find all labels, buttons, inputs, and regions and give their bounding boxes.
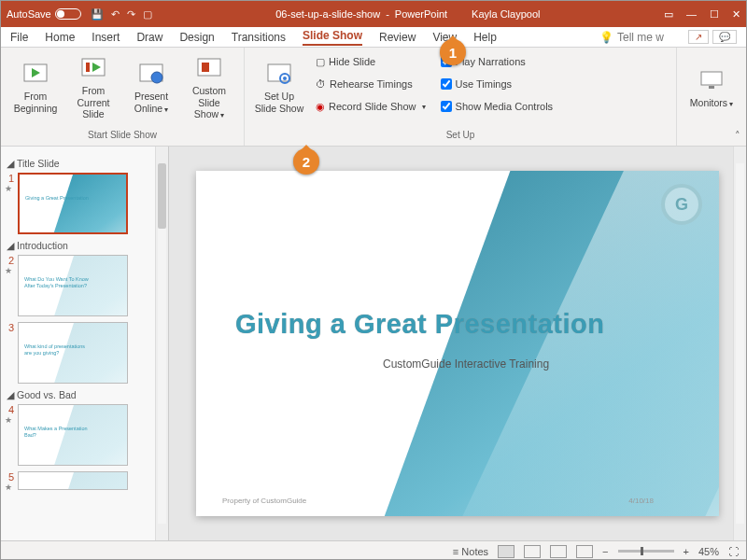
close-icon[interactable]: ✕ [732,8,740,21]
custom-show-label: Custom Slide Show▾ [182,85,236,120]
setup-show-label: Set Up Slide Show [252,91,306,114]
maximize-icon[interactable]: ☐ [710,8,719,21]
media-controls-label: Show Media Controls [456,101,554,112]
user-name: Kayla Claypool [472,8,540,20]
start-show-icon[interactable]: ▢ [143,8,152,21]
record-show-button[interactable]: ◉Record Slide Show▾ [316,96,426,117]
use-timings-check[interactable]: Use Timings [441,74,554,94]
tab-home[interactable]: Home [45,31,75,44]
thumbnail-4[interactable]: What Makes a Presentation Bad? [18,404,128,466]
from-beginning-label: From Beginning [8,91,63,114]
ribbon-tabs: File Home Insert Draw Design Transitions… [1,27,746,48]
hide-slide-button[interactable]: ▢Hide Slide [316,51,426,72]
quick-access-toolbar: 💾 ↶ ↷ ▢ [91,8,152,21]
thumb-row-3[interactable]: 3 What kind of presentations are you giv… [5,322,151,384]
tab-transitions[interactable]: Transitions [232,31,286,44]
thumbnail-list[interactable]: ◢ Title Slide 1★ Giving a Great Presenta… [1,147,155,540]
slide-footer: Property of CustomGuide [222,497,306,505]
collapse-ribbon-icon[interactable]: ˄ [735,130,740,142]
normal-view-icon[interactable] [498,545,514,558]
window-controls: ▭ — ☐ ✕ [664,8,740,21]
window-title: 06-set-up-a-slide-show - PowerPoint Kayl… [152,8,664,20]
thumbnails-scrollbar[interactable] [155,147,168,540]
thumbnail-2[interactable]: What Do You Want To Know After Today's P… [18,255,128,316]
zoom-out-button[interactable]: − [602,546,608,557]
zoom-percent[interactable]: 45% [698,546,719,557]
slide-canvas-area: G Giving a Great Presentation CustomGuid… [169,147,746,540]
scrollbar-handle[interactable] [158,163,166,229]
slide-date: 4/10/18 [628,497,654,505]
monitor-icon [698,67,725,93]
thumbnail-5[interactable] [18,471,128,490]
custom-show-button[interactable]: Custom Slide Show▾ [182,51,236,124]
play-icon [22,61,49,87]
present-online-label: Present Online▾ [124,91,178,114]
tell-me-search[interactable]: 💡 Tell me w [599,31,664,44]
rehearse-button[interactable]: ⏱Rehearse Timings [316,74,426,94]
svg-rect-3 [86,63,90,72]
svg-rect-13 [709,86,714,89]
setup-show-icon [266,61,292,87]
thumb-row-2[interactable]: 2★ What Do You Want To Know After Today'… [5,255,151,316]
app-name: PowerPoint [395,8,447,20]
reading-view-icon[interactable] [550,545,567,558]
setup-column-1: ▢Hide Slide ⏱Rehearse Timings ◉Record Sl… [310,51,431,117]
tell-me-label: Tell me w [617,31,664,44]
setup-show-button[interactable]: Set Up Slide Show [252,51,306,124]
play-narr-label: Play Narrations [456,56,526,67]
thumb-row-4[interactable]: 4★ What Makes a Presentation Bad? [5,404,151,466]
zoom-slider[interactable] [618,550,674,553]
slide-canvas[interactable]: G Giving a Great Presentation CustomGuid… [196,171,719,516]
redo-icon[interactable]: ↷ [127,8,135,21]
thumbnail-1[interactable]: Giving a Great Presentation [18,173,128,234]
fit-window-icon[interactable]: ⛶ [728,546,739,557]
sorter-view-icon[interactable] [524,545,541,558]
checkbox[interactable] [441,101,452,112]
minimize-icon[interactable]: — [686,8,697,20]
tab-review[interactable]: Review [379,31,416,44]
share-buttons: ↗ 💬 [688,30,737,44]
record-label: Record Slide Show [329,101,416,112]
timer-icon: ⏱ [316,78,326,90]
checkbox[interactable] [441,78,452,90]
chevron-down-icon: ▾ [422,103,426,111]
media-controls-check[interactable]: Show Media Controls [441,96,554,117]
workspace: ◢ Title Slide 1★ Giving a Great Presenta… [1,147,746,540]
tab-design[interactable]: Design [179,31,214,44]
toggle-switch[interactable] [55,8,81,20]
autosave-toggle[interactable]: AutoSave [7,8,81,20]
present-online-button[interactable]: Present Online▾ [124,51,178,124]
autosave-label: AutoSave [7,8,51,20]
thumb-row-1[interactable]: 1★ Giving a Great Presentation [5,173,151,234]
tab-help[interactable]: Help [473,31,497,44]
ribbon-options-icon[interactable]: ▭ [664,8,673,21]
notes-button[interactable]: ≡ Notes [453,546,488,557]
undo-icon[interactable]: ↶ [111,8,120,21]
slideshow-view-icon[interactable] [576,545,593,558]
section-title-slide[interactable]: ◢ Title Slide [7,158,149,169]
record-icon: ◉ [316,101,325,113]
filename: 06-set-up-a-slide-show [275,8,380,20]
tab-insert[interactable]: Insert [92,31,120,44]
tab-slideshow[interactable]: Slide Show [303,29,362,46]
from-current-button[interactable]: From Current Slide [66,51,120,124]
slide-title[interactable]: Giving a Great Presentation [235,309,604,340]
from-beginning-button[interactable]: From Beginning [8,51,63,124]
thumbnail-panel: ◢ Title Slide 1★ Giving a Great Presenta… [1,147,169,540]
slide-subtitle[interactable]: CustomGuide Interactive Training [383,357,549,371]
section-good-bad[interactable]: ◢ Good vs. Bad [7,389,149,400]
tab-draw[interactable]: Draw [136,31,162,44]
comments-icon[interactable]: 💬 [712,30,737,44]
tab-file[interactable]: File [10,31,28,44]
save-icon[interactable]: 💾 [91,8,104,21]
thumb-row-5[interactable]: 5★ [5,471,151,492]
zoom-in-button[interactable]: + [684,546,689,557]
canvas-scrollbar[interactable] [733,147,746,540]
thumbnail-3[interactable]: What kind of presentations are you givin… [18,322,128,384]
share-icon[interactable]: ↗ [688,30,709,44]
group-label-monitors [684,128,739,142]
lightbulb-icon: 💡 [599,31,613,44]
from-current-label: From Current Slide [66,85,120,120]
section-introduction[interactable]: ◢ Introduction [7,240,149,251]
monitors-button[interactable]: Monitors▾ [684,51,739,124]
